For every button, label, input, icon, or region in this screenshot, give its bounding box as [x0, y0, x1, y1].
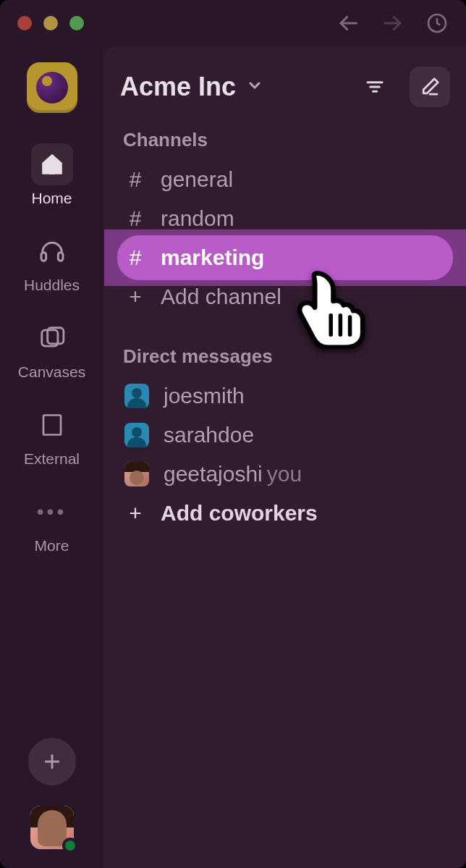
channel-item-general[interactable]: # general	[104, 160, 466, 199]
add-channel-label: Add channel	[161, 285, 281, 309]
you-label: you	[267, 462, 302, 486]
add-coworkers-item[interactable]: + Add coworkers	[104, 494, 466, 533]
svg-rect-3	[50, 167, 54, 174]
add-button[interactable]	[28, 738, 76, 785]
hash-icon: #	[124, 245, 146, 270]
filter-button[interactable]	[355, 67, 395, 107]
rail-item-home[interactable]: Home	[0, 136, 103, 214]
svg-rect-5	[58, 253, 63, 261]
minimize-window-button[interactable]	[43, 16, 58, 30]
cursor-pointer-icon	[289, 269, 369, 352]
user-avatar-icon	[124, 462, 149, 486]
channel-item-marketing[interactable]: # marketing	[104, 238, 466, 277]
rail-item-more[interactable]: ••• More	[0, 484, 103, 562]
app-window: Home Huddles Canvases External	[0, 0, 466, 868]
channels-section-header[interactable]: Channels	[104, 126, 466, 160]
hash-icon: #	[124, 206, 146, 231]
rail-label-huddles: Huddles	[24, 277, 80, 294]
channel-list-wrap: Channels # general # random # marketing	[104, 126, 466, 316]
rail-item-canvases[interactable]: Canvases	[0, 310, 103, 388]
sidebar-header: Acme Inc	[104, 54, 466, 126]
rail-item-external[interactable]: External	[0, 397, 103, 475]
svg-rect-4	[41, 253, 46, 261]
add-coworkers-label: Add coworkers	[161, 501, 318, 526]
rail-item-huddles[interactable]: Huddles	[0, 223, 103, 301]
compose-button[interactable]	[410, 67, 450, 107]
ellipsis-icon: •••	[37, 500, 67, 523]
dm-name: sarahdoe	[164, 423, 254, 447]
workspace-logo-icon	[36, 72, 68, 104]
user-avatar-icon	[124, 384, 149, 408]
history-icon[interactable]	[425, 12, 449, 35]
channel-sidebar: Acme Inc Channels	[104, 46, 466, 868]
hash-icon: #	[124, 167, 146, 192]
channel-list: # general # random # marketing + Add cha…	[104, 160, 466, 316]
self-avatar[interactable]	[30, 806, 74, 849]
plus-icon: +	[124, 501, 146, 526]
plus-icon: +	[124, 285, 146, 309]
dm-section: Direct messages joesmith sarahdoe geetaj…	[104, 342, 466, 533]
presence-active-icon	[62, 838, 78, 854]
dm-list: joesmith sarahdoe geetajoshiyou +	[104, 376, 466, 533]
dm-name: geetajoshi	[164, 462, 263, 486]
title-bar	[0, 0, 466, 46]
zoom-window-button[interactable]	[69, 16, 84, 30]
back-icon[interactable]	[336, 11, 360, 35]
rail-label-home: Home	[31, 190, 72, 207]
titlebar-nav	[336, 11, 449, 35]
dm-name: joesmith	[164, 384, 245, 408]
traffic-lights	[17, 16, 84, 30]
left-rail: Home Huddles Canvases External	[0, 46, 104, 868]
workspace-menu[interactable]: Acme Inc	[120, 72, 263, 102]
chevron-down-icon	[246, 77, 263, 97]
workspace-name: Acme Inc	[120, 72, 236, 102]
svg-rect-8	[43, 416, 61, 435]
dm-item-sarahdoe[interactable]: sarahdoe	[104, 416, 466, 455]
rail-label-more: More	[35, 537, 69, 555]
rail-bottom	[28, 738, 76, 849]
dm-item-geetajoshi[interactable]: geetajoshiyou	[104, 455, 466, 494]
user-avatar-icon	[124, 423, 149, 447]
dm-item-joesmith[interactable]: joesmith	[104, 376, 466, 416]
forward-icon[interactable]	[381, 11, 405, 35]
rail-label-external: External	[24, 450, 80, 468]
dm-section-header[interactable]: Direct messages	[104, 342, 466, 376]
workspace-switcher[interactable]	[27, 62, 77, 113]
channel-name: general	[161, 167, 233, 192]
app-body: Home Huddles Canvases External	[0, 46, 466, 868]
channel-name: random	[161, 206, 234, 231]
close-window-button[interactable]	[17, 16, 32, 30]
rail-label-canvases: Canvases	[18, 363, 85, 381]
channel-name: marketing	[161, 245, 264, 270]
